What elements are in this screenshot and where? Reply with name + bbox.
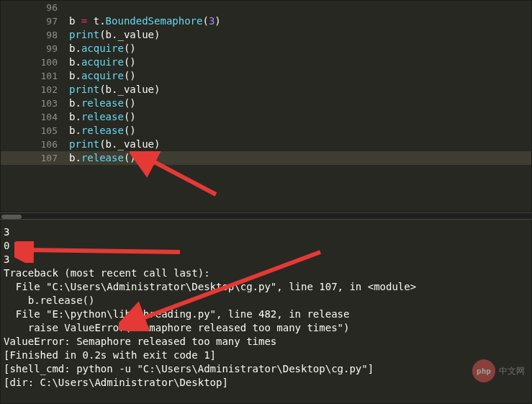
- line-number: 102: [1, 83, 69, 96]
- code-line[interactable]: 96: [1, 1, 531, 14]
- code-token: (): [124, 70, 136, 81]
- terminal-line: 0: [4, 239, 528, 253]
- code-token: ): [215, 15, 220, 27]
- terminal-line: Traceback (most recent call last):: [4, 266, 528, 280]
- line-number: 99: [1, 42, 69, 55]
- code-token: (): [124, 42, 136, 54]
- code-editor[interactable]: 9697b = t.BoundedSemaphore(3)98print(b._…: [0, 0, 532, 212]
- terminal-line: b.release(): [4, 294, 528, 308]
- code-line[interactable]: 106print(b._value): [1, 138, 531, 151]
- code-line[interactable]: 99b.acquire(): [1, 42, 531, 55]
- line-number: 105: [1, 124, 69, 138]
- code-token: .: [99, 15, 105, 27]
- code-token: .: [75, 152, 81, 163]
- line-number: 96: [1, 1, 69, 14]
- code-token: release: [81, 125, 124, 136]
- line-number: 98: [1, 28, 69, 42]
- code-content[interactable]: b.acquire(): [69, 69, 531, 83]
- code-token: (): [124, 125, 136, 136]
- code-token: (: [202, 15, 208, 27]
- code-line[interactable]: 100b.acquire(): [1, 55, 531, 69]
- code-content[interactable]: b.release(): [69, 124, 531, 138]
- code-token: (b: [99, 138, 112, 150]
- code-token: acquire: [81, 70, 124, 81]
- terminal-line: [shell_cmd: python -u "C:\Users\Administ…: [4, 362, 528, 376]
- panel-divider[interactable]: [0, 212, 532, 220]
- terminal-line: 3: [4, 225, 528, 239]
- code-token: BoundedSemaphore: [106, 15, 203, 27]
- line-number: 103: [1, 96, 69, 110]
- line-number: 107: [1, 151, 69, 165]
- code-content[interactable]: print(b._value): [69, 138, 531, 151]
- code-token: (b: [99, 29, 112, 40]
- horizontal-scrollbar-thumb[interactable]: [1, 215, 22, 219]
- code-content[interactable]: b.acquire(): [69, 42, 531, 55]
- code-token: release: [81, 152, 124, 163]
- code-token: .: [75, 42, 81, 54]
- code-line[interactable]: 105b.release(): [1, 124, 531, 138]
- code-token: release: [81, 97, 124, 109]
- code-token: (b: [99, 84, 112, 95]
- line-number: 101: [1, 69, 69, 83]
- line-number: 100: [1, 55, 69, 69]
- code-token: _value): [117, 84, 160, 95]
- code-token: (): [124, 111, 136, 122]
- code-token: release: [81, 111, 124, 122]
- code-token: (): [124, 56, 136, 68]
- terminal-line: [Finished in 0.2s with exit code 1]: [4, 349, 528, 362]
- code-content[interactable]: [69, 1, 531, 14]
- code-token: print: [69, 29, 99, 40]
- code-line[interactable]: 97b = t.BoundedSemaphore(3): [1, 14, 531, 28]
- code-token: t: [87, 15, 99, 27]
- code-token: acquire: [81, 56, 124, 68]
- code-line[interactable]: 98print(b._value): [1, 28, 531, 42]
- watermark-badge: php: [472, 359, 495, 382]
- terminal-line: ValueError: Semaphore released too many …: [4, 335, 528, 349]
- code-line[interactable]: 107b.release(): [1, 151, 531, 165]
- line-number: 97: [1, 14, 69, 28]
- code-token: _value): [117, 29, 160, 40]
- terminal-line: [dir: C:\Users\Administrator\Desktop]: [4, 376, 528, 390]
- code-content[interactable]: print(b._value): [69, 83, 531, 96]
- terminal-line: File "C:\Users\Administrator\Desktop\cg.…: [4, 280, 528, 294]
- code-line[interactable]: 102print(b._value): [1, 83, 531, 96]
- code-token: acquire: [81, 42, 124, 54]
- line-number: 104: [1, 110, 69, 124]
- code-content[interactable]: b.acquire(): [69, 55, 531, 69]
- watermark-text: 中文网: [499, 365, 525, 377]
- terminal-line: raise ValueError("Semaphore released too…: [4, 321, 528, 335]
- code-content[interactable]: b.release(): [69, 110, 531, 124]
- code-line[interactable]: 104b.release(): [1, 110, 531, 124]
- line-number: 106: [1, 138, 69, 151]
- code-token: .: [75, 56, 81, 68]
- code-token: (): [124, 152, 136, 163]
- watermark: php 中文网: [472, 359, 525, 382]
- code-content[interactable]: b = t.BoundedSemaphore(3): [69, 14, 531, 28]
- code-token: (): [124, 97, 136, 109]
- code-content[interactable]: b.release(): [69, 151, 531, 165]
- code-token: b: [69, 15, 81, 27]
- code-content[interactable]: b.release(): [69, 96, 531, 110]
- code-token: _value): [117, 138, 160, 150]
- code-line[interactable]: 101b.acquire(): [1, 69, 531, 83]
- code-line[interactable]: 103b.release(): [1, 96, 531, 110]
- code-token: print: [69, 138, 99, 150]
- code-token: .: [75, 111, 81, 122]
- terminal-line: File "E:\python\lib\threading.py", line …: [4, 308, 528, 321]
- terminal-line: 3: [4, 253, 528, 266]
- code-token: .: [75, 125, 81, 136]
- output-terminal[interactable]: 303Traceback (most recent call last): Fi…: [0, 220, 532, 404]
- code-token: .: [75, 70, 81, 81]
- code-token: .: [75, 97, 81, 109]
- code-token: print: [69, 84, 99, 95]
- code-content[interactable]: print(b._value): [69, 28, 531, 42]
